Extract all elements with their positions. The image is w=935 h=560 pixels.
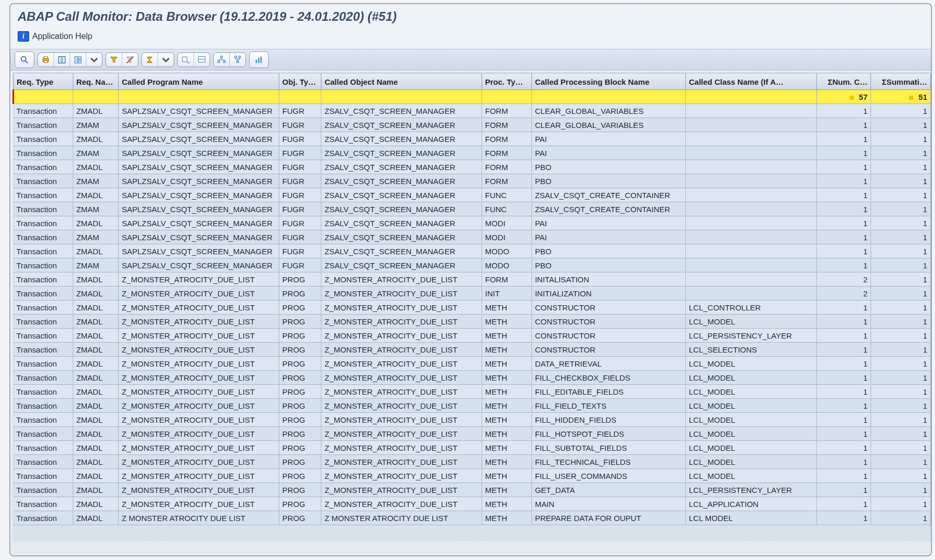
cell-summati[interactable]: 1 — [871, 329, 931, 343]
cell-summati[interactable]: 1 — [871, 455, 931, 469]
cell-proc_block[interactable]: MAIN — [531, 497, 685, 511]
cell-obj_type[interactable]: FUGR — [279, 230, 321, 244]
details-button[interactable] — [17, 53, 32, 67]
cell-obj_type[interactable]: PROG — [279, 455, 321, 469]
cell-called_prog[interactable]: SAPLZSALV_CSQT_SCREEN_MANAGER — [119, 118, 279, 132]
cell-summati[interactable]: 1 — [871, 258, 931, 272]
cell-proc_block[interactable]: FILL_USER_COMMANDS — [531, 469, 685, 483]
col-req-name[interactable]: Req. Na… — [73, 74, 119, 90]
cell-called_obj[interactable]: ZSALV_CSQT_SCREEN_MANAGER — [321, 160, 482, 174]
cell-obj_type[interactable]: PROG — [279, 399, 321, 413]
col-called-object[interactable]: Called Object Name — [321, 74, 482, 90]
cell-proc_type[interactable]: MODO — [482, 244, 531, 258]
cell-summati[interactable]: 1 — [871, 118, 931, 132]
cell-req_name[interactable]: ZMAM — [73, 118, 119, 132]
cell-req_name[interactable]: ZMADL — [73, 441, 119, 455]
col-req-type[interactable]: Req. Type — [14, 74, 73, 90]
cell-req_type[interactable]: Transaction — [14, 104, 73, 118]
cell-called_class[interactable]: LCL_MODEL — [685, 315, 816, 329]
cell-called_class[interactable]: LCL_MODEL — [685, 371, 816, 385]
cell-proc_block[interactable]: PAI — [531, 216, 685, 230]
cell-called_obj[interactable]: Z_MONSTER_ATROCITY_DUE_LIST — [321, 315, 482, 329]
cell-called_obj[interactable]: Z_MONSTER_ATROCITY_DUE_LIST — [321, 301, 482, 315]
cell-summati[interactable]: 1 — [871, 343, 931, 357]
cell-called_class[interactable] — [685, 118, 816, 132]
cell-req_type[interactable]: Transaction — [14, 385, 73, 399]
cell-called_class[interactable] — [685, 230, 816, 244]
cell-summati[interactable]: 1 — [871, 188, 931, 202]
cell-called_class[interactable]: LCL_MODEL — [685, 385, 816, 399]
cell-summati[interactable]: 1 — [871, 413, 931, 427]
cell-proc_block[interactable]: DATA_RETRIEVAL — [531, 357, 685, 371]
cell-proc_type[interactable]: FORM — [482, 104, 531, 118]
cell-req_type[interactable]: Transaction — [14, 118, 73, 132]
col-called-class[interactable]: Called Class Name (If A… — [685, 74, 816, 90]
cell-num_calls[interactable]: 1 — [817, 427, 871, 441]
cell-num_calls[interactable]: 1 — [817, 371, 871, 385]
cell-req_name[interactable]: ZMADL — [73, 497, 119, 511]
table-row[interactable]: TransactionZMADLSAPLZSALV_CSQT_SCREEN_MA… — [14, 132, 931, 146]
cell-summati[interactable]: 1 — [871, 427, 931, 441]
cell-req_type[interactable]: Transaction — [14, 511, 73, 525]
cell-req_name[interactable]: ZMADL — [73, 371, 119, 385]
cell-called_prog[interactable]: SAPLZSALV_CSQT_SCREEN_MANAGER — [119, 216, 279, 230]
cell-obj_type[interactable]: PROG — [279, 483, 321, 497]
cell-proc_block[interactable]: PBO — [531, 244, 685, 258]
cell-req_type[interactable]: Transaction — [14, 315, 73, 329]
cell-req_type[interactable]: Transaction — [14, 343, 73, 357]
cell-summati[interactable]: 1 — [871, 174, 931, 188]
cell-req_type[interactable]: Transaction — [14, 357, 73, 371]
table-row[interactable]: TransactionZMADLZ_MONSTER_ATROCITY_DUE_L… — [14, 469, 931, 483]
cell-req_name[interactable]: ZMADL — [73, 315, 119, 329]
table-row[interactable]: TransactionZMADLZ_MONSTER_ATROCITY_DUE_L… — [14, 441, 931, 455]
cell-obj_type[interactable]: PROG — [279, 357, 321, 371]
cell-proc_block[interactable]: FILL_TECHNICAL_FIELDS — [531, 455, 685, 469]
cell-req_type[interactable]: Transaction — [14, 230, 73, 244]
table-row[interactable]: TransactionZMADLZ_MONSTER_ATROCITY_DUE_L… — [14, 427, 931, 441]
cell-num_calls[interactable]: 1 — [817, 244, 871, 258]
cell-proc_type[interactable]: METH — [482, 385, 531, 399]
cell-summati[interactable]: 1 — [871, 146, 931, 160]
sort-desc-button[interactable] — [194, 53, 210, 67]
cell-called_class[interactable] — [685, 188, 816, 202]
cell-called_class[interactable] — [685, 160, 816, 174]
cell-req_name[interactable]: ZMADL — [73, 385, 119, 399]
cell-called_class[interactable]: LCL_CONTROLLER — [685, 301, 816, 315]
cell-req_type[interactable]: Transaction — [14, 244, 73, 258]
cell-obj_type[interactable]: FUGR — [279, 216, 321, 230]
cell-proc_block[interactable]: CONSTRUCTOR — [531, 315, 685, 329]
cell-summati[interactable]: 1 — [871, 497, 931, 511]
cell-called_prog[interactable]: Z_MONSTER_ATROCITY_DUE_LIST — [119, 329, 279, 343]
cell-called_obj[interactable]: Z_MONSTER_ATROCITY_DUE_LIST — [321, 483, 482, 497]
col-proc-block[interactable]: Called Processing Block Name — [531, 74, 685, 90]
cell-proc_type[interactable]: METH — [482, 329, 531, 343]
cell-proc_block[interactable]: FILL_HIDDEN_FIELDS — [531, 413, 685, 427]
cell-called_prog[interactable]: Z_MONSTER_ATROCITY_DUE_LIST — [119, 497, 279, 511]
table-row[interactable]: TransactionZMADLZ_MONSTER_ATROCITY_DUE_L… — [14, 286, 931, 301]
cell-called_obj[interactable]: Z_MONSTER_ATROCITY_DUE_LIST — [321, 399, 482, 413]
cell-called_class[interactable] — [685, 132, 816, 146]
cell-proc_block[interactable]: CONSTRUCTOR — [531, 329, 685, 343]
cell-req_type[interactable]: Transaction — [14, 286, 73, 301]
layout-button[interactable] — [70, 53, 86, 67]
cell-called_class[interactable]: LCL_MODEL — [685, 441, 816, 455]
cell-num_calls[interactable]: 1 — [817, 258, 871, 272]
cell-called_obj[interactable]: ZSALV_CSQT_SCREEN_MANAGER — [321, 132, 482, 146]
table-row[interactable]: TransactionZMADLZ_MONSTER_ATROCITY_DUE_L… — [14, 455, 931, 469]
cell-req_type[interactable]: Transaction — [14, 160, 73, 174]
cell-called_prog[interactable]: SAPLZSALV_CSQT_SCREEN_MANAGER — [119, 104, 279, 118]
cell-called_class[interactable]: LCL_MODEL — [685, 469, 816, 483]
cell-called_obj[interactable]: ZSALV_CSQT_SCREEN_MANAGER — [321, 244, 482, 258]
cell-called_prog[interactable]: Z_MONSTER_ATROCITY_DUE_LIST — [119, 455, 279, 469]
cell-summati[interactable]: 1 — [871, 104, 931, 118]
cell-req_type[interactable]: Transaction — [14, 483, 73, 497]
cell-summati[interactable]: 1 — [871, 357, 931, 371]
cell-req_name[interactable]: ZMADL — [73, 469, 119, 483]
cell-num_calls[interactable]: 1 — [817, 202, 871, 216]
cell-num_calls[interactable]: 1 — [817, 301, 871, 315]
cell-called_obj[interactable]: Z_MONSTER_ATROCITY_DUE_LIST — [321, 469, 482, 483]
cell-req_type[interactable]: Transaction — [14, 413, 73, 427]
cell-called_prog[interactable]: Z_MONSTER_ATROCITY_DUE_LIST — [119, 272, 279, 286]
chart-button[interactable] — [251, 53, 267, 67]
cell-proc_block[interactable]: INITALISATION — [531, 272, 685, 286]
